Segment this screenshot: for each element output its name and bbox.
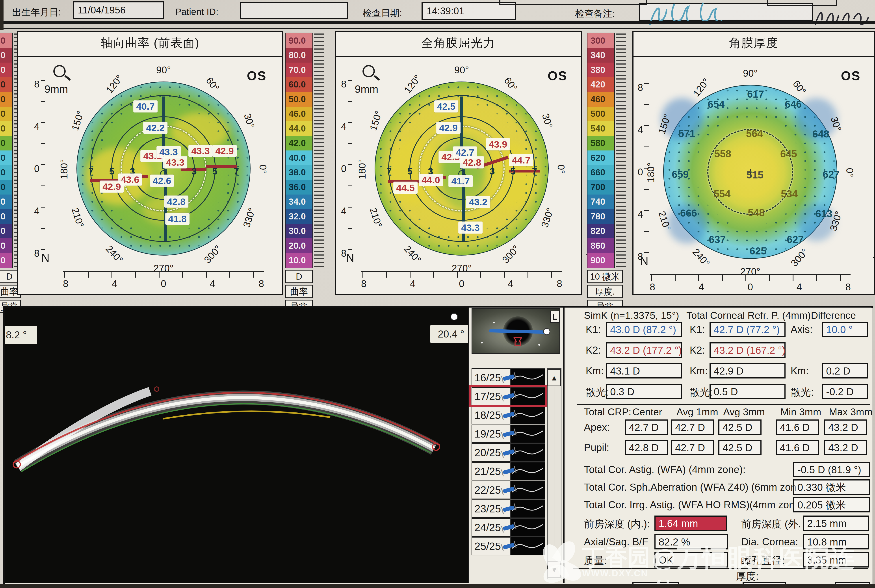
map-value-label: 43.3: [458, 222, 483, 234]
selected-scan-outline: [469, 385, 547, 407]
zoom-level: 9mm: [45, 83, 68, 95]
scale-step: 740: [587, 195, 614, 209]
angle-label: 240°: [104, 243, 125, 265]
bf-row: Axial/Sag. B/F 82.2 % Dia. Cornea: 10.8 …: [566, 533, 873, 554]
left-eye-badge: L: [550, 310, 560, 323]
scale-step: 44.0: [0, 121, 12, 136]
scan-index: 21/25: [474, 465, 501, 477]
scale-step: 36.0: [0, 180, 12, 195]
scale-step: 40.0: [0, 150, 12, 165]
aberration-row: Total Cor. Irrg. Astig. (WFA HO RMS)(4mm…: [566, 496, 873, 514]
scan-list-item[interactable]: 21/25: [471, 462, 545, 480]
dob-value-box: 11/04/1956: [73, 2, 164, 19]
scale-step: 46.0: [0, 106, 12, 122]
map-value-label: 646: [785, 98, 802, 110]
scan-index: 16/25: [474, 372, 501, 384]
scan-list-item[interactable]: 19/25: [471, 424, 545, 443]
scale-step: 42.0: [0, 136, 12, 151]
acd-row: 前房深度 (内.): 1.64 mm 前房深度 (外. 2.15 mm: [566, 514, 873, 536]
scale-step: 90.0: [285, 33, 312, 48]
difference-header: Difference: [811, 310, 856, 321]
map-value-label: 42.9: [100, 181, 124, 193]
meridian-number: 5: [510, 166, 515, 177]
cornea-cross-section: [5, 308, 468, 584]
panel-title: 角膜厚度: [633, 35, 874, 51]
scale-step: 90.0: [0, 33, 12, 48]
scale-step: 20.0: [285, 238, 312, 253]
header-divider-thick: [0, 21, 875, 24]
scale-thickness-label: 厚度.: [587, 285, 623, 298]
angle-label: 30°: [242, 112, 257, 129]
scroll-up-button[interactable]: ▲: [548, 369, 561, 386]
angle-label: 90°: [156, 64, 171, 76]
scan-list-item[interactable]: 22/25: [471, 481, 545, 499]
measurement-tables: SimK (n=1.3375, 15°) Total Corneal Refr.…: [566, 308, 873, 584]
angle-label: 180°: [59, 159, 70, 179]
angle-label: 180°: [357, 159, 368, 179]
meridian-number: 5: [109, 166, 114, 177]
scale-step: 700: [587, 180, 614, 195]
map-value-label: 659: [672, 168, 689, 180]
map-value-label: 558: [714, 148, 731, 160]
meridian-number: 5: [212, 166, 217, 177]
map-value-label: 42.9: [212, 145, 237, 157]
map-value-label: 625: [750, 245, 767, 257]
scale-step: 300: [587, 33, 614, 48]
scan-list-item[interactable]: 24/25: [471, 518, 545, 537]
simk-row: K1: 43.0 D (87.2 °) K1: 42.7 D (77.2 °) …: [566, 321, 873, 342]
map-value-label: 571: [678, 128, 695, 140]
marker-dot: [543, 328, 550, 335]
angle-label: 90°: [743, 68, 758, 79]
scan-list-item[interactable]: 25/25: [471, 537, 545, 555]
scale-unit: D: [285, 270, 313, 284]
scale-step: 820: [587, 224, 614, 238]
eye-photo-thumbnail[interactable]: [471, 308, 560, 354]
scale-step: 60.0: [0, 77, 12, 92]
angle-label: 90°: [454, 64, 469, 76]
map-value-label: 43.3: [188, 145, 213, 157]
angle-label: 300°: [202, 243, 224, 265]
angle-label: 60°: [502, 75, 519, 93]
scan-list-item[interactable]: 20/25: [471, 443, 545, 462]
scan-list-item[interactable]: 23/25: [471, 500, 545, 518]
scale-step: 10.0: [0, 253, 12, 268]
map-value-label: 41.7: [449, 175, 473, 187]
angle-right-badge: 20.4 °: [430, 325, 468, 343]
exam-time-box: 14:39:01: [422, 2, 516, 20]
panel-title: 轴向曲率 (前表面): [18, 35, 282, 51]
crp-col: Max 3mm: [829, 406, 873, 418]
scan-index: 20/25: [474, 447, 501, 459]
scan-list-item[interactable]: 16/25: [471, 368, 545, 387]
orientation-dot: [450, 313, 458, 320]
scale-step: 20.0: [0, 238, 12, 253]
patient-id-value-box: [240, 2, 348, 20]
scan-index: 22/25: [474, 484, 501, 496]
aberration-rows: Total Cor. Astig. (WFA) (4mm zone): -0.5…: [566, 461, 873, 514]
scan-index: 19/25: [474, 428, 501, 440]
map-value-label: 617: [747, 88, 764, 100]
scale-step: 340: [587, 48, 614, 63]
simk-row: Km: 43.1 D Km: 42.9 D Km: 0.2 D: [566, 362, 873, 383]
axial-curvature-panel: 轴向曲率 (前表面) 9mm OS 7530357 90°120°60°150°…: [17, 31, 283, 295]
map-value-label: 654: [708, 98, 725, 110]
remark-label: 检查备注:: [575, 8, 615, 20]
map-value-label: 41.8: [165, 213, 189, 225]
scale-step: 38.0: [285, 165, 312, 180]
scale-step: 420: [587, 77, 614, 92]
map-value-label: 42.5: [434, 100, 458, 112]
scale-ticks: [616, 33, 626, 267]
scale-step: 44.0: [285, 121, 312, 136]
angle-label: 300°: [500, 243, 522, 265]
handwritten-note: [813, 2, 875, 31]
meridian-number: 7: [234, 166, 239, 177]
aberration-row: Total Cor. Sph.Aberration (WFA Z40) (6mm…: [566, 478, 873, 496]
scan-list-item[interactable]: 18/25: [471, 406, 545, 424]
crp-col: Min 3mm: [780, 406, 821, 418]
power-scale: 90.080.070.060.050.046.044.042.040.038.0…: [285, 33, 313, 268]
scale-step: 30.0: [0, 224, 12, 238]
angle-label: 150°: [368, 110, 384, 132]
scale-step: 38.0: [0, 165, 12, 180]
nasal-label: N: [346, 251, 354, 264]
scale-step: 30.0: [285, 224, 312, 238]
scale-step: 660: [587, 165, 614, 180]
